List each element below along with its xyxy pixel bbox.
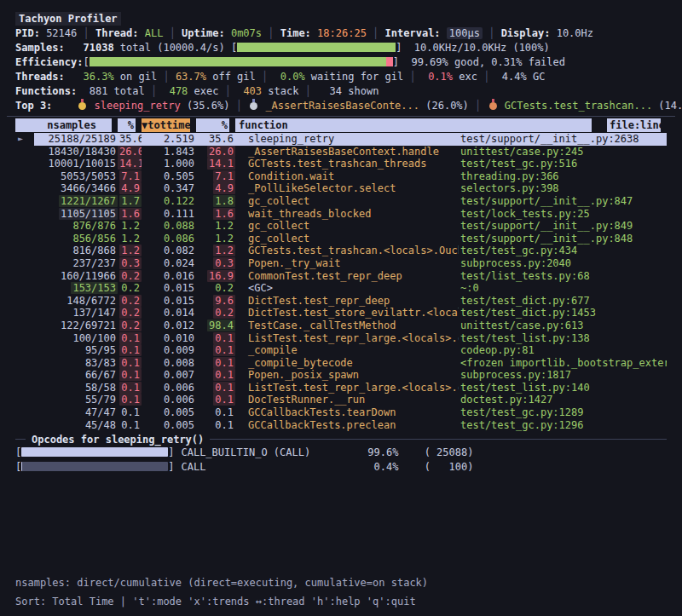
cell-tt: 0.006 (162, 382, 196, 394)
table-row[interactable]: 137/1470.20.0140.2DictTest.test_store_ev… (15, 307, 667, 320)
cell-p1: 1.2 (119, 233, 142, 245)
efficiency-line: Efficiency:[] 99.69% good, 0.31% failed (15, 55, 667, 70)
col-ns: 58/58 (34, 382, 118, 394)
col-arrow (15, 357, 34, 370)
column-header-pct-direct[interactable]: % (118, 118, 142, 132)
table-row[interactable]: 816/8681.20.0821.2GCTests.test_trashcan.… (15, 245, 667, 257)
col-arrow (15, 369, 34, 382)
cell-p2: 0.3 (213, 257, 235, 269)
table-row[interactable]: 1221/12671.70.1221.8gc_collecttest/suppo… (15, 195, 667, 208)
text-segment: Display: (501, 27, 557, 39)
col-p2: 16.9 (196, 270, 235, 283)
text-segment (65, 42, 84, 54)
cell-ns: 237/237 (71, 257, 118, 269)
cell-tt: 0.015 (162, 295, 196, 307)
col-p1: 0.1 (118, 344, 142, 357)
table-row[interactable]: 3466/34664.90.3474.9_PollLikeSelector.se… (15, 182, 667, 195)
table-row[interactable]: 5053/50537.10.5057.1Condition.waitthread… (15, 170, 667, 183)
table-row[interactable]: 153/1530.20.0150.2<GC>~:0 (15, 282, 667, 295)
col-arrow (15, 208, 34, 221)
col-p2: 1.2 (196, 233, 235, 245)
col-ns: 83/83 (34, 357, 118, 370)
col-ns: 55/79 (34, 394, 118, 406)
column-header-nsamples[interactable]: nsamples (15, 118, 118, 132)
table-row[interactable]: 100/1000.10.0100.1ListTest.test_repr_lar… (15, 332, 667, 345)
samples-label: Samples: 71038 total (10000.4/s) [ (15, 42, 237, 54)
cell-arrow (16, 407, 20, 417)
cell-arrow (16, 358, 20, 367)
table-row[interactable]: 856/8561.20.0861.2gc_collecttest/support… (15, 233, 667, 245)
cell-arrow (16, 171, 20, 181)
cell-arrow (16, 283, 20, 292)
table-row[interactable]: 876/8761.20.0881.2gc_collecttest/support… (15, 220, 667, 233)
cell-p1: 0.1 (119, 357, 142, 369)
col-p2: 1.6 (196, 208, 235, 221)
cell-tt: 0.122 (162, 195, 196, 207)
cell-arrow (16, 258, 20, 268)
text-segment: │ (77, 27, 95, 39)
table-row[interactable]: ►25188/2518935.62.51935.6sleeping_retryt… (15, 133, 667, 146)
text-segment: │ (305, 85, 311, 97)
uptime-value: 0m07s (231, 27, 262, 39)
table-row[interactable]: 148/67720.20.0159.6DictTest.test_repr_de… (15, 295, 667, 308)
column-header-file-line[interactable]: file:line (607, 118, 667, 132)
cell-file: <frozen importlib._bootstrap_externa (459, 357, 667, 369)
table-row[interactable]: 122/697210.20.01298.4TestCase._callTestM… (15, 320, 667, 332)
table-row[interactable]: 18430/1843026.01.84326.0_AssertRaisesBas… (15, 146, 667, 158)
cell-ns: 1105/1105 (59, 208, 118, 220)
col-file: test/support/__init__.py:848 (459, 233, 667, 245)
table-row[interactable]: 55/790.10.0060.1DocTestRunner.__rundocte… (15, 394, 667, 406)
col-fn: DictTest.test_store_evilattr.<local... (235, 307, 459, 320)
column-header-function[interactable]: function (235, 118, 607, 132)
cell-file: test/support/__init__.py:2638 (459, 133, 641, 145)
cell-fn: GCTests.test_trashcan_threads (246, 158, 429, 170)
col-ns: 10001/10015 (34, 158, 118, 170)
cell-file: doctest.py:1427 (459, 394, 554, 406)
silver-medal-icon (250, 102, 257, 110)
table-row[interactable]: 83/830.10.0080.1_compile_bytecode<frozen… (15, 357, 667, 370)
tachyon-profiler-screen: Tachyon Profiler PID: 52146 │ Thread: AL… (0, 0, 682, 616)
table-row[interactable]: 66/670.10.0070.1Popen._posix_spawnsubpro… (15, 369, 667, 382)
efficiency-text: ] 99.69% good, 0.31% failed (393, 56, 565, 68)
cell-arrow (16, 221, 20, 230)
cell-fn: _compile (246, 344, 299, 356)
cell-tt: 0.008 (162, 357, 196, 369)
cell-arrow (16, 233, 20, 243)
text-segment (242, 100, 248, 112)
cell-fn: sleeping_retry (246, 133, 336, 145)
cell-ns: 18430/18430 (47, 146, 118, 158)
cell-fn: Popen._try_wait (246, 257, 342, 269)
col-ns: 160/11966 (34, 270, 118, 283)
column-header-tottime-sorted[interactable]: ▼tottime (142, 118, 196, 132)
cell-fn: GCCallbackTests.tearDown (246, 406, 397, 418)
cell-p1: 7.1 (119, 170, 142, 182)
cell-ns: 160/11966 (59, 270, 118, 282)
col-fn: GCCallbackTests.preclean (235, 419, 459, 432)
col-arrow (15, 382, 34, 394)
efficiency-progress-bar (90, 57, 393, 66)
cell-file: test/test_list.py:138 (459, 332, 592, 344)
cell-p2: 0.1 (213, 332, 235, 344)
col-fn: Popen._try_wait (235, 257, 459, 270)
col-fn: GCCallbackTests.tearDown (235, 406, 459, 419)
cell-ns: 856/856 (71, 233, 118, 245)
col-file: unittest/case.py:245 (459, 146, 667, 158)
table-row[interactable]: 10001/1001514.11.00014.1GCTests.test_tra… (15, 158, 667, 170)
table-row[interactable]: 47/470.10.0050.1GCCallbackTests.tearDown… (15, 406, 667, 419)
cell-tt: 0.088 (162, 220, 196, 232)
cell-p1: 0.2 (119, 307, 142, 319)
table-row[interactable]: 45/480.10.0050.1GCCallbackTests.preclean… (15, 419, 667, 432)
top-functions-line: Top 3: sleeping_retry (35.6%) │ _AssertR… (15, 99, 667, 113)
column-header-pct-cumulative[interactable]: % (196, 118, 235, 132)
table-row[interactable]: 58/580.10.0060.1ListTest.test_repr_large… (15, 382, 667, 394)
table-row[interactable]: 237/2370.30.0240.3Popen._try_waitsubproc… (15, 257, 667, 270)
table-row[interactable]: 160/119660.20.01616.9CommonTest.test_rep… (15, 270, 667, 283)
table-row[interactable]: 95/950.10.0090.1_compilecodeop.py:81 (15, 344, 667, 357)
col-tt: 0.010 (142, 332, 196, 345)
col-arrow (15, 270, 34, 283)
col-p1: 0.1 (118, 394, 142, 406)
opcode-bar-fill (21, 462, 22, 471)
table-row[interactable]: 1105/11051.60.1111.6wait_threads_blocked… (15, 208, 667, 221)
text-segment (170, 71, 176, 83)
col-fn: DictTest.test_repr_deep (235, 295, 459, 308)
